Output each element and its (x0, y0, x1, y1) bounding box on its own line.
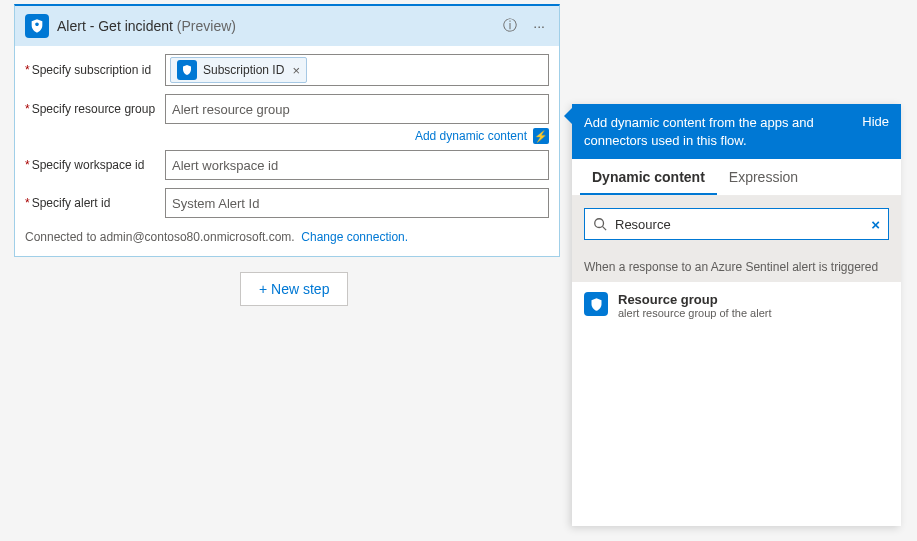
change-connection-link[interactable]: Change connection. (301, 230, 408, 244)
field-label: *Specify subscription id (25, 63, 165, 77)
card-header[interactable]: Alert - Get incident (Preview) ⓘ ··· (15, 6, 559, 46)
search-container: × (572, 196, 901, 252)
token-subscription-id[interactable]: Subscription ID × (170, 57, 307, 83)
result-title: Resource group (618, 292, 771, 307)
result-text: Resource group alert resource group of t… (618, 292, 771, 319)
card-body: *Specify subscription id Subscription ID… (15, 46, 559, 256)
hide-button[interactable]: Hide (862, 114, 889, 129)
card-title: Alert - Get incident (Preview) (57, 18, 491, 34)
search-input[interactable] (615, 217, 863, 232)
subscription-input[interactable]: Subscription ID × (165, 54, 549, 86)
add-dynamic-content-link[interactable]: Add dynamic content (415, 129, 527, 143)
add-dynamic-content-row: Add dynamic content ⚡ (25, 128, 549, 144)
section-title: When a response to an Azure Sentinel ale… (572, 252, 901, 282)
tab-expression[interactable]: Expression (717, 159, 810, 195)
field-subscription: *Specify subscription id Subscription ID… (25, 54, 549, 86)
workspace-input[interactable]: Alert workspace id (165, 150, 549, 180)
token-remove-icon[interactable]: × (292, 63, 300, 78)
action-card: Alert - Get incident (Preview) ⓘ ··· *Sp… (14, 4, 560, 257)
sentinel-icon (25, 14, 49, 38)
panel-header-text: Add dynamic content from the apps and co… (584, 114, 852, 149)
info-icon[interactable]: ⓘ (499, 15, 521, 37)
field-label: *Specify resource group (25, 102, 165, 116)
new-step-button[interactable]: + New step (240, 272, 348, 306)
clear-search-icon[interactable]: × (871, 216, 880, 233)
token-label: Subscription ID (203, 63, 284, 77)
svg-point-0 (595, 219, 604, 228)
svg-line-1 (603, 227, 607, 231)
panel-arrow-icon (564, 108, 572, 124)
alert-id-input[interactable]: System Alert Id (165, 188, 549, 218)
field-workspace: *Specify workspace id Alert workspace id (25, 150, 549, 180)
dynamic-content-badge-icon[interactable]: ⚡ (533, 128, 549, 144)
connection-info: Connected to admin@contoso80.onmicrosoft… (25, 226, 549, 244)
field-alert-id: *Specify alert id System Alert Id (25, 188, 549, 218)
field-label: *Specify alert id (25, 196, 165, 210)
dynamic-content-panel: Add dynamic content from the apps and co… (572, 104, 901, 526)
resource-group-input[interactable]: Alert resource group (165, 94, 549, 124)
sentinel-icon (177, 60, 197, 80)
search-box[interactable]: × (584, 208, 889, 240)
result-subtitle: alert resource group of the alert (618, 307, 771, 319)
tab-dynamic-content[interactable]: Dynamic content (580, 159, 717, 195)
search-icon (593, 217, 607, 231)
sentinel-icon (584, 292, 608, 316)
field-resource-group: *Specify resource group Alert resource g… (25, 94, 549, 124)
more-icon[interactable]: ··· (529, 16, 549, 36)
panel-tabs: Dynamic content Expression (572, 159, 901, 196)
field-label: *Specify workspace id (25, 158, 165, 172)
result-resource-group[interactable]: Resource group alert resource group of t… (572, 282, 901, 329)
panel-header: Add dynamic content from the apps and co… (572, 104, 901, 159)
